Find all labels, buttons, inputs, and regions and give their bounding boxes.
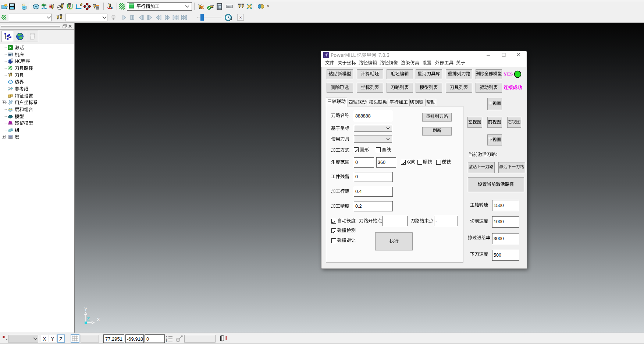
svg-text:Z: Z — [87, 316, 90, 322]
svg-text:Y: Y — [84, 306, 88, 312]
svg-text:z: z — [166, 340, 167, 342]
svg-text:X: X — [97, 317, 100, 322]
